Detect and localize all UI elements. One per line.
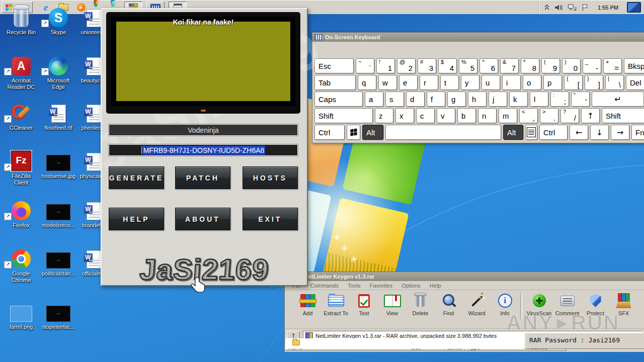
key-↵[interactable]: ↵ [592, 92, 644, 107]
protect-button[interactable]: Protect [582, 292, 609, 316]
key-b[interactable]: b [457, 108, 476, 123]
extract-to-button[interactable]: Extract To [322, 292, 350, 316]
osk-titlebar[interactable]: On-Screen Keyboard [312, 33, 644, 42]
desktop-icon-recycle-bin[interactable]: Recycle Bin [4, 5, 38, 36]
key-'[interactable]: "' [571, 92, 590, 107]
key-r[interactable]: r [420, 75, 438, 90]
key-j[interactable]: j [489, 92, 507, 107]
key-z[interactable]: z [375, 108, 393, 123]
menu-tools[interactable]: Tools [343, 283, 365, 289]
key-k[interactable]: k [509, 92, 528, 107]
key-9[interactable]: (9 [541, 58, 560, 73]
key-,[interactable]: <, [519, 108, 538, 123]
key-=[interactable]: += [603, 58, 622, 73]
desktop-icon-firefox[interactable]: ↗Firefox [4, 198, 38, 229]
key-c[interactable]: c [416, 108, 435, 123]
key-8[interactable]: *8 [521, 58, 539, 73]
desktop-icon-stopinterfac[interactable]: stopinterfac... [41, 300, 75, 330]
name-field[interactable]: Vodeninja [108, 124, 298, 136]
key-\[interactable]: |\ [605, 75, 624, 90]
key-4[interactable]: $4 [438, 58, 457, 73]
key-fn[interactable]: Fn [631, 125, 644, 140]
key-l[interactable]: l [530, 92, 548, 107]
key-][interactable]: }] [585, 75, 603, 90]
key-.[interactable]: >. [540, 108, 558, 123]
desktop-icon-floorfeed-rtf[interactable]: floorfeed.rtf [41, 101, 75, 131]
key-shift[interactable]: Shift [602, 108, 644, 123]
key-menu[interactable] [525, 125, 537, 140]
key-v[interactable]: v [437, 108, 455, 123]
key-2[interactable]: @2 [397, 58, 416, 73]
key-alt[interactable]: Alt [362, 125, 383, 140]
key-3[interactable]: #3 [418, 58, 436, 73]
key-esc[interactable]: Esc [314, 58, 354, 73]
about-button[interactable]: ABOUT [175, 208, 230, 230]
exit-button[interactable]: EXIT [243, 208, 298, 230]
desktop-icon-skype[interactable]: ↗Skype [41, 5, 75, 36]
key-m[interactable]: m [499, 108, 517, 123]
desktop-icon-modelsreco[interactable]: modelsreco... [41, 198, 75, 229]
comment-button[interactable]: Comment [553, 292, 581, 316]
menu-help[interactable]: Help [425, 283, 446, 289]
desktop-icon-filezilla-client[interactable]: ↗FileZilla Client [4, 149, 38, 186]
find-button[interactable]: Find [435, 292, 462, 316]
key-`[interactable]: ~` [356, 58, 374, 73]
desktop-icon-microsoft-edge[interactable]: ↗Microsoft Edge [41, 53, 75, 90]
virusscan-button[interactable]: VirusScan [525, 292, 553, 316]
tray-expand-chevron-icon[interactable] [544, 4, 550, 11]
key-w[interactable]: w [378, 75, 397, 90]
key-t[interactable]: t [440, 75, 459, 90]
key-a[interactable]: a [365, 92, 383, 107]
clock[interactable]: 1:55 PM [598, 5, 618, 11]
info-button[interactable]: Info [491, 292, 519, 316]
key-space[interactable] [385, 125, 501, 140]
key-caps[interactable]: Caps [314, 92, 363, 107]
winrar-titlebar[interactable]: NetLimiter Keygen v1.3.rar [285, 272, 644, 281]
volume-icon[interactable] [554, 4, 563, 12]
desktop-icon-farmf-png[interactable]: farmf.png [4, 300, 38, 330]
key-h[interactable]: h [468, 92, 487, 107]
desktop-icon-ccleaner[interactable]: ↗CCleaner [4, 101, 38, 131]
serial-field[interactable]: MFRB9-8H7J1-DOSNY-IUD5D-ZH6A8 [108, 144, 298, 156]
view-button[interactable]: View [378, 292, 406, 316]
menu-favorites[interactable]: Favorites [365, 283, 397, 289]
key-0[interactable]: )0 [562, 58, 581, 73]
key-ctrl[interactable]: Ctrl [314, 125, 345, 140]
key-del[interactable]: Del [626, 75, 644, 90]
key-g[interactable]: g [447, 92, 466, 107]
key-;[interactable]: :; [550, 92, 569, 107]
key-u[interactable]: u [481, 75, 500, 90]
key-e[interactable]: e [399, 75, 418, 90]
key--[interactable]: _- [583, 58, 601, 73]
key-[[interactable]: {[ [564, 75, 583, 90]
key-↓[interactable]: ↓ [590, 125, 609, 140]
generate-button[interactable]: GENERATE [109, 166, 164, 189]
key-f[interactable]: f [427, 92, 445, 107]
key-1[interactable]: !1 [376, 58, 395, 73]
key-shift[interactable]: Shift [314, 108, 373, 123]
key-tab[interactable]: Tab [314, 75, 356, 90]
key-ctrl[interactable]: Ctrl [539, 125, 568, 140]
key-→[interactable]: → [611, 125, 629, 140]
menu-commands[interactable]: Commands [306, 283, 343, 289]
wizard-button[interactable]: Wizard [463, 292, 491, 316]
desktop-icon-acrobat-reader-dc[interactable]: ↗Acrobat Reader DC [4, 53, 38, 90]
action-center-flag-icon[interactable] [581, 4, 589, 12]
key-7[interactable]: &7 [500, 58, 519, 73]
desktop-icon-google-chrome[interactable]: ↗Google Chrome [4, 246, 38, 284]
key-o[interactable]: o [523, 75, 541, 90]
menu-options[interactable]: Options [397, 283, 425, 289]
delete-button[interactable]: Delete [407, 292, 434, 316]
show-desktop-button[interactable] [627, 2, 641, 13]
add-button[interactable]: Add [294, 292, 321, 316]
key-alt[interactable]: Alt [503, 125, 523, 140]
key-/[interactable]: ?/ [560, 108, 579, 123]
test-button[interactable]: Test [350, 292, 378, 316]
key-s[interactable]: s [385, 92, 404, 107]
key-n[interactable]: n [478, 108, 497, 123]
hosts-button[interactable]: HOSTS [243, 166, 298, 189]
desktop-icon-hostsense-jpg[interactable]: hostsense.jpg [41, 149, 75, 179]
desktop-icon-politicalstan[interactable]: politicalstan... [41, 246, 75, 277]
help-button[interactable]: HELP [109, 208, 164, 230]
key-d[interactable]: d [406, 92, 425, 107]
